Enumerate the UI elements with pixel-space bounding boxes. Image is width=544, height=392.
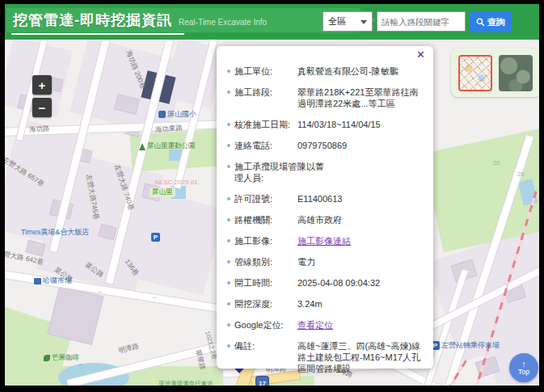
poi-parking: P (151, 233, 162, 242)
map-label-text: 屏山里 (152, 188, 173, 197)
cart-icon (34, 278, 41, 285)
field-value: 0979750869 (297, 140, 425, 151)
map-label: 20 (493, 159, 500, 166)
page-title: 挖管雷達-即時挖掘資訊 (13, 11, 172, 30)
field-value: 真毅營造有限公司-陳敏鵬 (297, 65, 425, 77)
zoom-in-button[interactable]: + (32, 75, 52, 95)
field-value[interactable]: 施工影像連結 (297, 235, 425, 247)
popup-row: Google定位:查看定位 (227, 319, 425, 331)
field-value: 3.24m (297, 298, 425, 310)
top-button-label: Top (518, 368, 530, 376)
popup-row: 施工影像:施工影像連結 (227, 235, 425, 247)
poi-hello-market: 哈囉市場 (34, 276, 72, 286)
field-label: 施工承攬現場管理人員: (234, 161, 297, 183)
back-to-top-button[interactable]: ↑ Top (509, 353, 538, 382)
highway-17-shield: 17 (256, 377, 268, 386)
bullet-icon (227, 144, 230, 147)
header-bar: 挖管雷達-即時挖掘資訊 Real-Time Excavate Info 全區 查… (5, 4, 539, 40)
map-label-text: 20 (517, 171, 524, 178)
popup-row: 備註:高雄~蓮潭三、四(高雄~高煉)線路土建統包工程-M16~M17人孔區間管路… (227, 340, 425, 374)
search-input[interactable] (377, 11, 466, 32)
map-label-text: → (75, 360, 83, 369)
cycleway-label: 蓮池潭環潭自行車道 (158, 380, 213, 386)
bullet-icon (227, 91, 230, 94)
field-label: 施工影像: (234, 235, 297, 247)
excavation-info-popup: ✕ 施工單位:真毅營造有限公司-陳敏鵬施工路段:翠華路218K+221至翠華路往… (217, 46, 433, 369)
search-icon (476, 18, 485, 27)
map-label-text: ← (151, 293, 158, 301)
popup-row: 施工承攬現場管理人員:陳以菁 (227, 161, 425, 183)
map-label-text: 海功東路 (155, 124, 183, 135)
map-label-text: Times廣場&合大飯店 (21, 227, 89, 238)
field-value: 陳以菁 (297, 161, 425, 172)
field-label: 施工單位: (234, 65, 297, 77)
bullet-icon (227, 302, 230, 306)
field-value: 114/03/18~114/04/15 (297, 119, 425, 130)
field-label: 開工時間: (234, 277, 297, 289)
bullet-icon (227, 123, 230, 126)
poi-zuoying-station-parking: P左營站轉乘停車場 (431, 340, 500, 351)
district-select-value: 全區 (328, 15, 346, 27)
popup-row: 管線類別:電力 (227, 256, 425, 268)
map-label: ← (151, 293, 158, 301)
popup-row: 開挖深度:3.24m (227, 298, 425, 310)
popup-rows: 施工單位:真毅營造有限公司-陳敏鵬施工路段:翠華路218K+221至翠華路往南過… (227, 65, 425, 374)
app-window: 挖管雷達-即時挖掘資訊 Real-Time Excavate Info 全區 查… (5, 4, 539, 386)
field-value[interactable]: 查看定位 (297, 319, 425, 331)
popup-row: 開工時間:2025-04-08 09:04:32 (227, 277, 425, 289)
popup-row: 路權機關:高雄市政府 (227, 214, 425, 226)
map-label: ← (97, 287, 104, 295)
poi-pingshan-sports-park: 屏山里運動公園 (139, 141, 196, 151)
map-label-text: NLSC 2025 01 (155, 179, 197, 186)
popup-row: 施工單位:真毅營造有限公司-陳敏鵬 (227, 65, 425, 77)
title-underline (11, 33, 184, 35)
popup-row: 施工路段:翠華路218K+221至翠華路往南過明潭路22米處...等工區 (227, 86, 425, 109)
layer-street-thumb[interactable] (458, 55, 492, 91)
field-label: Google定位: (234, 319, 297, 331)
field-label: 施工路段: (234, 86, 297, 98)
field-label: 連絡電話: (234, 140, 297, 151)
poi-mango-cafe: 芒果咖啡 (44, 353, 79, 363)
poi-times-plaza-hotel: Times廣場&合大飯店 (21, 227, 89, 238)
popup-row: 許可證號:E11400613 (227, 193, 425, 204)
bullet-icon (227, 197, 230, 200)
field-value: 翠華路218K+221至翠華路往南過明潭路22米處...等工區 (297, 86, 425, 109)
map-label-text: 20 (493, 159, 500, 166)
bullet-icon (227, 239, 230, 242)
up-arrow-icon: ↑ (521, 360, 526, 368)
bullet-icon (227, 281, 230, 285)
field-value: 2025-04-08 09:04:32 (297, 277, 425, 289)
map-label-text: 屏山里運動公園 (147, 141, 196, 151)
layer-satellite-thumb[interactable] (499, 55, 533, 91)
map-label: → (75, 360, 83, 369)
bullet-icon (227, 260, 230, 263)
map-label-text: 左營站轉乘停車場 (441, 340, 500, 351)
map-label-text: 蓮池潭環潭自行車道 (158, 380, 213, 386)
search-button[interactable]: 查詢 (470, 11, 512, 32)
bullet-icon (227, 323, 230, 327)
field-label: 許可證號: (234, 193, 297, 204)
field-value: 高雄~蓮潭三、四(高雄~高煉)線路土建統包工程-M16~M17人孔區間管路埋設 (297, 340, 425, 374)
map-label-text: 屏山國小 (167, 109, 196, 120)
popup-row: 連絡電話:0979750869 (227, 140, 425, 151)
field-label: 路權機關: (234, 214, 297, 226)
search-button-label: 查詢 (487, 16, 505, 28)
map-watermark: NLSC 2025 01 (155, 179, 197, 186)
layer-switcher (451, 48, 539, 97)
title-wrap: 挖管雷達-即時挖掘資訊 Real-Time Excavate Info (13, 11, 267, 30)
field-label: 備註: (234, 340, 297, 352)
bullet-icon (227, 218, 230, 221)
close-icon[interactable]: ✕ (416, 49, 425, 61)
district-select[interactable]: 全區 (323, 11, 373, 32)
map-label: 海功東路 (155, 124, 183, 135)
page-subtitle: Real-Time Excavate Info (179, 18, 267, 27)
screenshot-frame: 挖管雷達-即時挖掘資訊 Real-Time Excavate Info 全區 查… (0, 0, 544, 392)
header-controls: 全區 查詢 (323, 11, 512, 32)
map-label-text: ← (97, 287, 104, 295)
parking-icon: P (151, 233, 160, 242)
zoom-out-button[interactable]: − (32, 98, 52, 117)
school-icon (158, 111, 166, 118)
map-label: 海功路 (29, 124, 50, 135)
leaf-icon (44, 355, 50, 361)
tree-icon (139, 143, 145, 150)
